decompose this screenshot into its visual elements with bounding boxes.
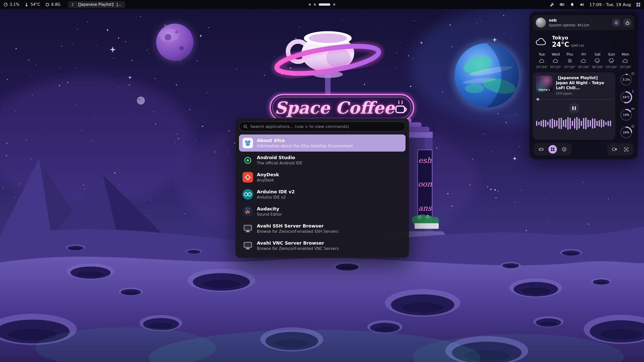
now-playing-label: 【Japanese Playlist】 J... [76,2,122,7]
search-box[interactable] [239,122,406,131]
earth [452,40,522,111]
now-playing-pill[interactable]: ♪ 【Japanese Playlist】 J... [68,1,125,8]
video-camera-icon [612,148,617,151]
weather-widget: Tokyo 24°C (GMT+9) Tue 33°/24° Wed 35°/2… [533,34,634,69]
cpu-stat: 3.1% [4,2,19,7]
app-grid-button[interactable] [636,3,640,7]
app-name: Audacity [257,206,282,211]
app-row-audacity[interactable]: Audacity Sound Editor [239,203,406,220]
app-name: Avahi VNC Server Browser [257,240,339,246]
notifications-bell-button[interactable] [570,3,574,7]
clock[interactable]: 17:09 - Tue, 19 Aug [589,2,631,7]
screenshot-button[interactable] [622,145,630,154]
record-button[interactable] [610,145,619,154]
progress-track [536,99,612,100]
app-row-anydesk[interactable]: AnyDesk AnyDesk [239,169,406,186]
rain-icon [608,58,615,63]
weather-temp: 24°C [552,41,569,48]
power-button[interactable] [623,19,631,27]
forecast-day: Wed 35°/25° [549,52,562,69]
gear-icon: ⚙ [614,20,618,25]
xfce-icon [243,138,253,148]
thermometer-icon [631,89,634,93]
app-row-arduino[interactable]: Arduino IDE v2 Arduino IDE v2 [239,186,406,203]
app-desc: Information about the Xfce Desktop Envir… [257,144,353,148]
volume-button[interactable] [580,3,584,7]
avatar [536,18,546,28]
weather-cloud-icon [535,36,548,47]
battery-indicator[interactable] [560,3,565,7]
search-input[interactable] [250,124,401,129]
avahi-ssh-icon [243,223,253,234]
compass-button[interactable] [560,145,569,154]
tools-button[interactable] [550,2,554,7]
music-note-icon: ♪ [71,2,74,7]
sun-icon [567,58,573,63]
progress-knob[interactable] [537,98,539,101]
forecast-day: Sat 36°/26° [591,52,605,69]
uptime-label: System Uptime: 4h11m [549,23,609,27]
workspace-dot[interactable] [309,4,311,6]
app-desc: Browse for Zeroconf-enabled VNC Servers [257,246,339,251]
cpu-value: 3.1% [10,2,19,7]
workspace-pill-active[interactable] [319,4,330,6]
media-and-gauges: TOKYO L 【Japanese Playlist】 Japan All Ni… [533,72,634,140]
progress-slider[interactable] [536,98,612,101]
app-row-avahi-vnc[interactable]: Avahi VNC Server Browser Browse for Zero… [239,237,406,254]
gamepad-icon [539,148,544,151]
cloud-icon [580,58,587,63]
temp-value: 54°C [30,2,40,7]
temp-stat: 54°C [24,2,40,7]
cloud-icon [622,58,629,63]
app-desc: AnyDesk [257,178,279,183]
username: seb [549,18,609,23]
cloud-icon [552,58,559,63]
forecast-row: Tue 33°/24° Wed 35°/25° Thu 33°/26° Fri … [535,52,632,69]
neon-window-line-3: ans [418,204,432,212]
app-name: About Xfce [257,138,353,143]
app-row-avahi-ssh[interactable]: Avahi SSH Server Browser Browse for Zero… [239,220,406,237]
settings-button[interactable]: ⚙ [612,19,620,27]
compass-icon [562,147,567,152]
app-desc: Browse for Zeroconf-enabled SSH Servers [257,229,338,234]
gauge-temperature: 54°C [619,90,633,105]
pause-icon [572,106,574,110]
neon-window-line-2: oon [418,179,432,188]
small-moon [137,97,145,105]
apps-button[interactable] [548,145,557,154]
search-icon [243,124,248,129]
controller-button[interactable] [537,145,545,154]
apps-grid-icon [551,147,555,151]
disk-icon [631,125,634,128]
forecast-day: Thu 33°/26° [563,52,577,69]
app-name: Android Studio [257,155,302,160]
top-panel: 3.1% 54°C 6.8G ♪ 【Japanese Playlist】 J..… [0,0,644,9]
user-card: seb System Uptime: 4h11m ⚙ [533,15,634,30]
ram-icon [631,107,634,110]
track-title: 【Japanese Playlist】 Japan All Night - To… [556,76,612,90]
forecast-day: Mon 33°/26° [619,52,632,69]
gauge-column: 3.1% 54°C 14% 24% [618,72,634,140]
weather-city: Tokyo [552,35,584,41]
right-button-group [607,143,633,155]
workspace-dot[interactable] [333,4,335,6]
album-art: TOKYO L [536,76,553,92]
app-row-about-xfce[interactable]: About Xfce Information about the Xfce De… [239,134,406,152]
gauge-disk: 24% [619,125,633,140]
forecast-day: Fri 35°/26° [577,52,590,69]
cpu-gauge-icon [4,3,8,7]
cpu-gauge-icon [631,72,634,75]
forecast-day: Tue 33°/24° [535,52,549,69]
app-name: AnyDesk [257,172,279,177]
gauge-memory: 14% [619,108,633,122]
album-art-caption: TOKYO L [536,89,553,91]
workspace-dot[interactable] [314,4,316,6]
neon-sign-text: Space Coffee [275,98,395,118]
app-row-android-studio[interactable]: Android Studio The official Android IDE [239,152,406,169]
pause-button[interactable] [569,103,579,113]
memory-stat: 6.8G [45,2,61,7]
track-subtitle: Chill Japan. [556,92,612,95]
app-name: Arduino IDE v2 [257,189,295,194]
app-list: About Xfce Information about the Xfce De… [239,134,406,254]
quick-actions-row [533,143,634,156]
